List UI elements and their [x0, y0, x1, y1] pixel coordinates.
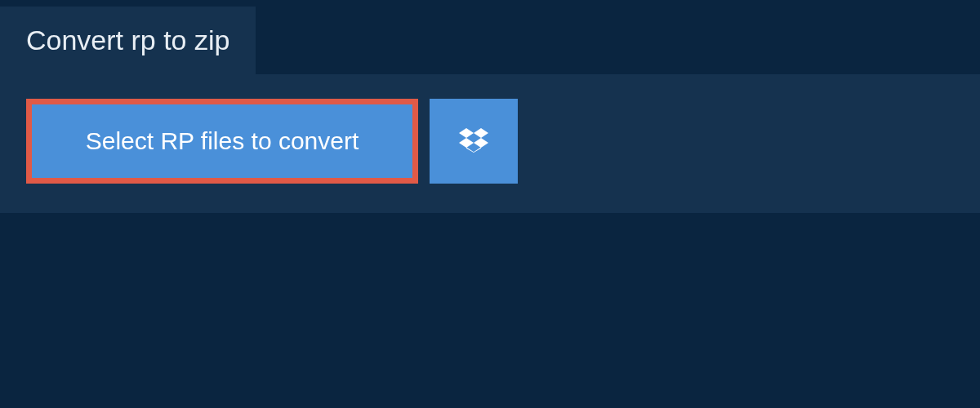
dropbox-icon — [459, 126, 488, 157]
select-files-button[interactable]: Select RP files to convert — [26, 99, 418, 184]
page-title: Convert rp to zip — [26, 24, 229, 55]
button-row: Select RP files to convert — [26, 99, 954, 184]
content-panel: Select RP files to convert — [0, 74, 980, 213]
page-title-tab: Convert rp to zip — [0, 7, 256, 74]
select-files-label: Select RP files to convert — [86, 127, 359, 155]
dropbox-button[interactable] — [430, 99, 518, 184]
